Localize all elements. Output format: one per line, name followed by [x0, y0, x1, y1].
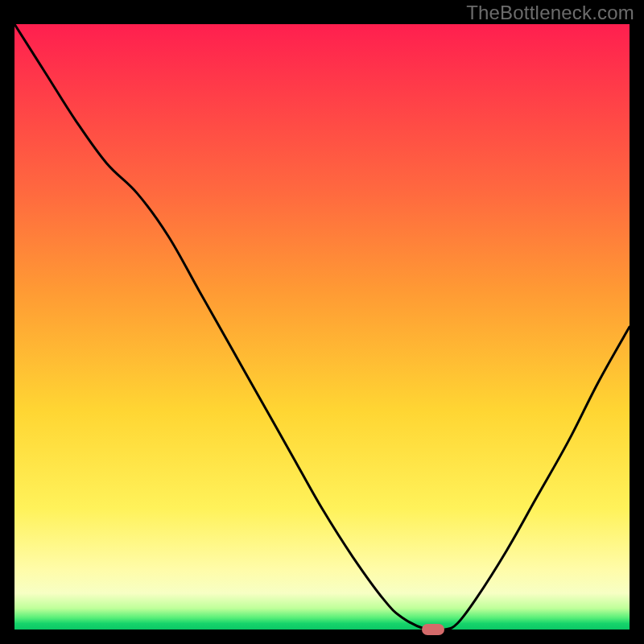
watermark-text: TheBottleneck.com	[466, 2, 634, 24]
chart-frame: TheBottleneck.com	[0, 0, 644, 644]
bottleneck-curve-path	[14, 24, 630, 630]
optimal-point-marker	[422, 624, 444, 635]
plot-outer	[14, 24, 630, 630]
bottleneck-curve-svg	[14, 24, 630, 630]
